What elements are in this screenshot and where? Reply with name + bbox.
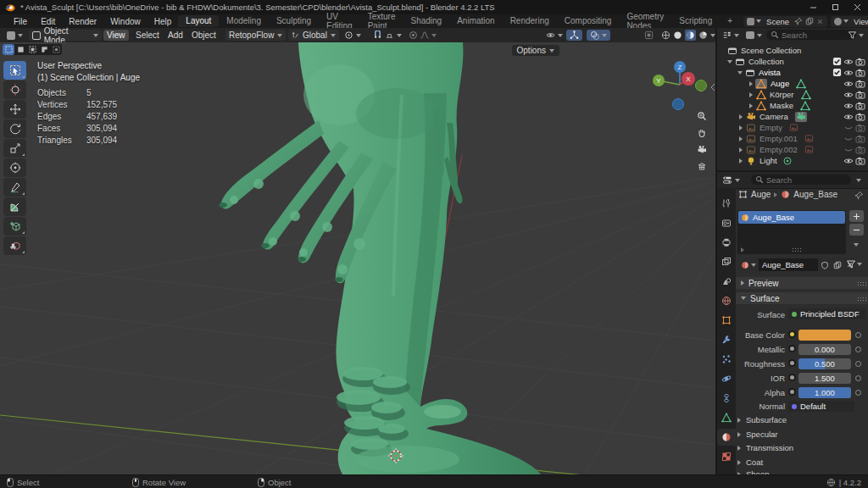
camera-visibility-icon[interactable] xyxy=(855,101,865,111)
camera-visibility-icon[interactable] xyxy=(855,134,865,144)
copy-material-button[interactable] xyxy=(831,258,843,271)
material-name-field[interactable]: Auge_Base xyxy=(759,258,818,271)
shading-dropdown-icon[interactable] xyxy=(710,34,715,37)
pivot-point-button[interactable] xyxy=(341,30,364,41)
keyframe-dot[interactable] xyxy=(855,361,861,367)
outliner-row-camera[interactable]: Camera xyxy=(717,111,868,122)
eye-icon[interactable] xyxy=(843,112,854,122)
expand-icon[interactable] xyxy=(727,60,732,64)
camera-visibility-icon[interactable] xyxy=(855,79,865,89)
copy-scene-icon[interactable] xyxy=(805,17,814,25)
workspace-tab-shading[interactable]: Shading xyxy=(403,15,449,27)
workspace-tab-scripting[interactable]: Scripting xyxy=(671,15,720,27)
menu-help[interactable]: Help xyxy=(147,17,179,26)
workspace-tab-compositing[interactable]: Compositing xyxy=(557,15,620,27)
keyframe-dot[interactable] xyxy=(855,347,861,352)
collapse-icon[interactable] xyxy=(739,125,743,130)
eye-closed-icon[interactable] xyxy=(843,134,854,144)
tab-scene[interactable] xyxy=(717,273,736,290)
keyframe-dot[interactable] xyxy=(855,332,861,338)
perspective-toggle-button[interactable] xyxy=(693,158,709,175)
tool-cursor[interactable] xyxy=(3,80,26,99)
viewport-3d[interactable]: User Perspective (1) Scene Collection | … xyxy=(0,42,715,474)
section-subsurface[interactable]: Subsurface xyxy=(737,415,787,424)
tab-view-layer[interactable] xyxy=(717,253,736,270)
collapse-icon[interactable] xyxy=(739,147,743,152)
pin-icon[interactable] xyxy=(794,17,803,25)
camera-visibility-icon[interactable] xyxy=(855,68,865,78)
tab-render[interactable] xyxy=(717,214,736,231)
retopoflow-menu[interactable]: RetopoFlow xyxy=(225,30,286,41)
pin-icon[interactable] xyxy=(854,191,864,200)
tool-rotate[interactable] xyxy=(3,119,26,138)
select-mode-box[interactable] xyxy=(14,44,26,55)
menu-add[interactable]: Add xyxy=(164,30,186,41)
outliner-search[interactable] xyxy=(766,30,856,40)
menu-edit[interactable]: Edit xyxy=(34,17,62,26)
shading-material-icon[interactable] xyxy=(685,30,696,41)
outliner-row-koerper[interactable]: Körper xyxy=(717,89,868,100)
material-slot-list[interactable]: Auge_Base xyxy=(737,210,846,254)
outliner-filter-button[interactable] xyxy=(844,30,867,41)
checkbox-icon[interactable] xyxy=(832,57,842,66)
proportional-edit-button[interactable] xyxy=(405,30,440,41)
tool-select-box[interactable] xyxy=(3,61,26,80)
slot-list-expand-icon[interactable] xyxy=(741,247,744,252)
collapse-icon[interactable] xyxy=(749,92,753,97)
select-mode-lasso[interactable] xyxy=(38,44,50,55)
shading-rendered-icon[interactable] xyxy=(698,30,708,40)
material-browse-button[interactable] xyxy=(738,258,759,271)
eye-icon[interactable] xyxy=(843,90,854,100)
menu-render[interactable]: Render xyxy=(62,17,103,26)
collapse-icon[interactable] xyxy=(749,103,753,108)
select-mode-circle[interactable] xyxy=(26,44,38,55)
tab-material[interactable] xyxy=(717,429,736,446)
outliner-row-maske[interactable]: Maske xyxy=(717,100,868,111)
tab-output[interactable] xyxy=(717,234,736,251)
menu-file[interactable]: File xyxy=(7,17,34,26)
tool-annotate[interactable] xyxy=(3,178,26,197)
normal-menu[interactable]: Default xyxy=(788,401,854,412)
eye-closed-icon[interactable] xyxy=(843,123,854,133)
menu-object[interactable]: Object xyxy=(188,30,220,41)
show-overlays-button[interactable] xyxy=(587,30,610,41)
add-slot-button[interactable] xyxy=(849,210,864,222)
eye-icon[interactable] xyxy=(843,156,854,166)
viewlayer-selector[interactable]: ViewLayer xyxy=(831,16,868,27)
delete-scene-icon[interactable] xyxy=(816,18,824,25)
checkbox-icon[interactable] xyxy=(832,68,842,77)
add-workspace-button[interactable]: + xyxy=(720,15,740,27)
outliner-row-light[interactable]: Light xyxy=(717,155,868,166)
tab-object-data[interactable] xyxy=(717,409,736,426)
properties-search[interactable] xyxy=(751,175,851,185)
shading-solid-icon[interactable] xyxy=(673,30,682,40)
section-transmission[interactable]: Transmission xyxy=(737,443,793,452)
show-object-types-button[interactable] xyxy=(542,30,566,41)
outliner-display-mode-button[interactable] xyxy=(719,30,743,41)
menu-select[interactable]: Select xyxy=(132,30,163,41)
ior-slider[interactable]: 1.500 xyxy=(798,373,851,384)
outliner-row-empty-001[interactable]: Empty.001 xyxy=(717,133,868,144)
eye-icon[interactable] xyxy=(843,57,854,67)
scene-selector[interactable]: Scene xyxy=(743,16,827,27)
tool-scale[interactable] xyxy=(3,139,26,158)
properties-search-input[interactable] xyxy=(751,175,851,185)
remove-slot-button[interactable] xyxy=(849,224,864,236)
camera-visibility-icon[interactable] xyxy=(855,90,865,100)
preview-section-header[interactable]: Preview xyxy=(736,277,868,289)
tab-tool[interactable] xyxy=(717,195,736,212)
camera-visibility-icon[interactable] xyxy=(855,123,865,133)
eye-icon[interactable] xyxy=(843,79,854,89)
gizmo-axis-z-neg[interactable] xyxy=(673,99,684,110)
fake-user-button[interactable] xyxy=(818,258,831,271)
tool-add-primitive[interactable] xyxy=(3,217,26,236)
minimize-button[interactable] xyxy=(802,0,824,14)
toggle-xray-button[interactable] xyxy=(641,30,657,41)
eye-icon[interactable] xyxy=(843,68,854,78)
menu-view[interactable]: View xyxy=(103,30,129,41)
outliner-row-avista[interactable]: Avista xyxy=(717,67,868,78)
tool-measure[interactable] xyxy=(3,197,26,216)
camera-visibility-icon[interactable] xyxy=(855,156,865,166)
select-mode-tweak[interactable] xyxy=(3,44,14,55)
breadcrumb-data[interactable]: Auge_Base xyxy=(793,190,837,199)
